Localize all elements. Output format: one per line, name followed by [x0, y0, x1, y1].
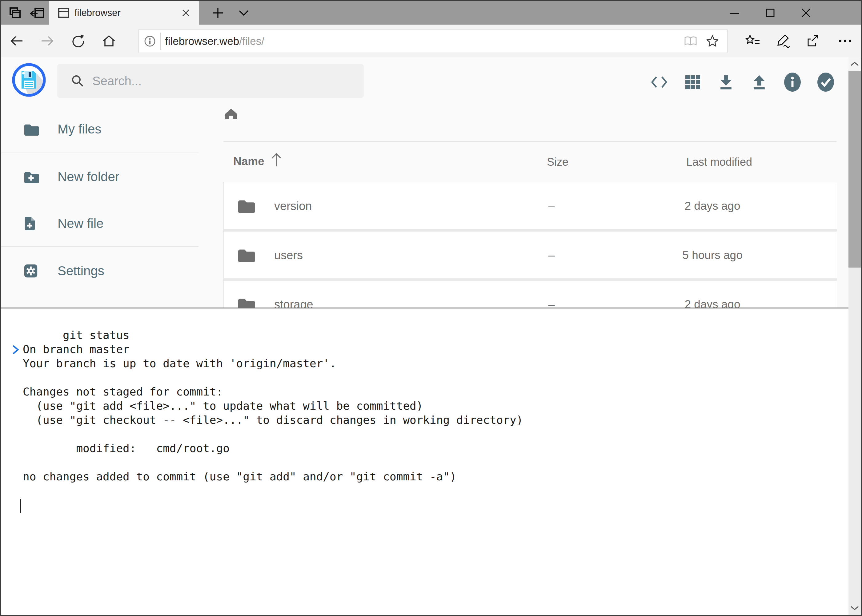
sidebar-item-label: New folder: [58, 170, 120, 184]
back-icon: [9, 34, 24, 48]
share-button[interactable]: [799, 25, 826, 57]
terminal-line: [23, 427, 848, 441]
terminal-cursor: [20, 499, 21, 513]
terminal-line: [23, 371, 848, 385]
terminal-line: (use "git add <file>..." to update what …: [23, 399, 848, 413]
share-icon: [805, 33, 820, 48]
add-favorite-star-icon[interactable]: [706, 35, 719, 48]
browser-toolbar: filebrowser.web/files/: [1, 25, 861, 57]
settings-gear-icon: [23, 263, 39, 279]
terminal-line: [23, 456, 848, 470]
file-plus-icon: [23, 215, 39, 232]
favorites-hub-icon: [745, 34, 761, 48]
tab-title: filebrowser: [74, 7, 180, 19]
home-filled-icon: [224, 107, 239, 121]
refresh-button[interactable]: [65, 25, 91, 57]
reading-view-icon[interactable]: [684, 35, 698, 47]
favorites-hub-button[interactable]: [740, 25, 766, 57]
upload-button[interactable]: [749, 72, 769, 92]
column-header-modified[interactable]: Last modified: [686, 156, 752, 168]
forward-button[interactable]: [35, 25, 60, 57]
tab-close-button[interactable]: [180, 7, 192, 19]
terminal-line: [23, 328, 848, 342]
browser-tab[interactable]: filebrowser: [49, 1, 199, 25]
scroll-up-button[interactable]: [848, 57, 861, 71]
breadcrumb-home-button[interactable]: [224, 107, 239, 121]
url-host: filebrowser.web: [165, 35, 239, 47]
sidebar-item-label: My files: [58, 122, 101, 137]
url-text[interactable]: filebrowser.web/files/: [165, 35, 684, 47]
sidebar-item-settings[interactable]: Settings: [1, 253, 199, 289]
file-size: –: [544, 249, 559, 262]
ellipsis-icon: [838, 39, 852, 43]
tab-preview-icon: [8, 6, 22, 20]
file-modified: 2 days ago: [673, 200, 752, 212]
chevron-up-icon: [850, 61, 859, 66]
sidebar-item-new-file[interactable]: New file: [1, 206, 199, 242]
browser-tab-bar: filebrowser: [1, 1, 861, 25]
column-header-name[interactable]: Name: [233, 155, 264, 168]
breadcrumb-divider: [224, 141, 837, 142]
page-scrollbar[interactable]: [848, 57, 861, 615]
grid-view-button[interactable]: [682, 72, 703, 92]
floppy-disk-icon: [11, 62, 47, 98]
file-row-version[interactable]: version – 2 days ago: [224, 182, 837, 229]
set-tabs-aside-icon: [30, 7, 46, 19]
folder-icon: [236, 198, 255, 214]
maximize-button[interactable]: [752, 1, 788, 25]
terminal-line: modified: cmd/root.go: [23, 441, 848, 456]
address-bar[interactable]: filebrowser.web/files/: [139, 30, 728, 53]
new-tab-button[interactable]: [208, 1, 228, 25]
file-row-users[interactable]: users – 5 hours ago: [224, 232, 837, 278]
scrollbar-thumb[interactable]: [848, 71, 861, 267]
download-button[interactable]: [716, 72, 736, 92]
close-window-button[interactable]: [788, 1, 824, 25]
sidebar-divider: [1, 246, 199, 247]
info-circle-icon: [783, 72, 802, 92]
scroll-down-button[interactable]: [848, 601, 861, 615]
download-icon: [717, 73, 735, 91]
terminal-line: On branch master: [23, 342, 848, 357]
sidebar-item-new-folder[interactable]: New folder: [1, 159, 199, 195]
refresh-icon: [71, 34, 85, 48]
search-box[interactable]: [57, 64, 364, 98]
minimize-icon: [730, 8, 739, 18]
folder-plus-icon: [23, 170, 39, 184]
settings-more-button[interactable]: [832, 25, 858, 57]
chevron-down-icon: [238, 10, 249, 16]
minimize-button[interactable]: [717, 1, 752, 25]
sidebar-divider: [1, 152, 199, 153]
tab-preview-button[interactable]: [5, 1, 25, 25]
grid-icon: [685, 74, 701, 90]
info-button[interactable]: [782, 72, 803, 92]
upload-icon: [750, 73, 769, 91]
column-header-size[interactable]: Size: [547, 156, 569, 168]
terminal-output: git status On branch master Your branch …: [1, 314, 848, 484]
chevron-down-icon: [850, 605, 859, 610]
url-path: /files/: [239, 35, 264, 47]
site-info-icon[interactable]: [144, 35, 156, 47]
sidebar-item-label: New file: [58, 216, 103, 231]
tab-list-button[interactable]: [234, 1, 254, 25]
sidebar-item-my-files[interactable]: My files: [1, 111, 199, 147]
search-input[interactable]: [92, 74, 339, 88]
home-icon: [102, 34, 116, 48]
terminal-line: (use "git checkout -- <file>..." to disc…: [23, 413, 848, 427]
code-brackets-icon: [650, 75, 668, 89]
filebrowser-logo[interactable]: [11, 62, 47, 98]
set-tabs-aside-button[interactable]: [28, 1, 47, 25]
sidebar-item-label: Settings: [58, 264, 104, 278]
back-button[interactable]: [4, 25, 30, 57]
terminal-panel[interactable]: git status On branch master Your branch …: [1, 308, 848, 616]
select-multiple-button[interactable]: [816, 72, 836, 92]
home-button[interactable]: [96, 25, 122, 57]
folder-icon: [23, 123, 39, 136]
terminal-line: no changes added to commit (use "git add…: [23, 470, 848, 484]
web-note-button[interactable]: [770, 25, 796, 57]
file-row-storage[interactable]: storage – 2 days ago: [224, 281, 837, 310]
sort-ascending-icon[interactable]: [269, 152, 283, 168]
raw-view-button[interactable]: [649, 72, 669, 92]
search-icon: [71, 74, 84, 88]
forward-icon: [40, 34, 55, 48]
pen-icon: [775, 33, 790, 48]
